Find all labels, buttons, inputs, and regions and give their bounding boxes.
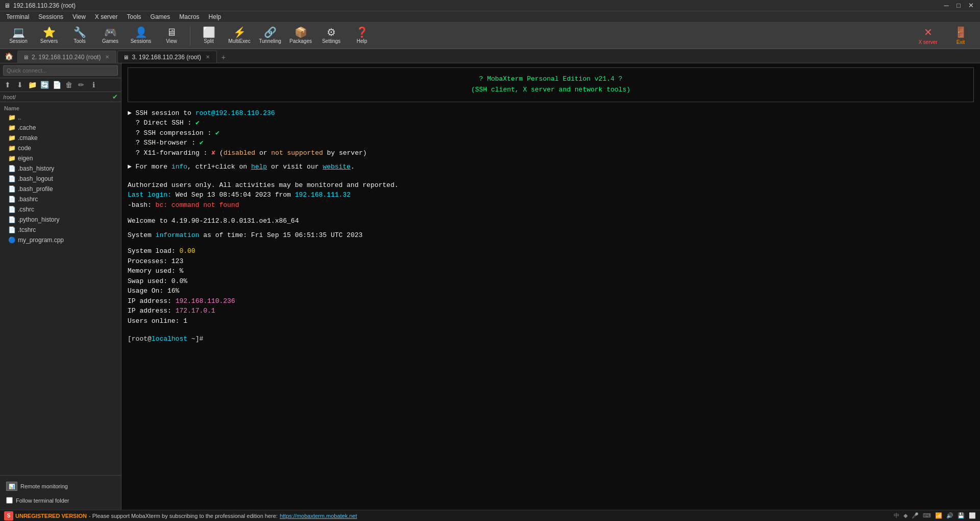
tree-item-label: .python_history: [18, 216, 59, 223]
sidebar-btn-mkdir[interactable]: 📁: [27, 79, 38, 90]
tree-item-cshrc[interactable]: 📄 .cshrc: [0, 204, 121, 215]
toolbar-servers[interactable]: ⭐ Servers: [35, 24, 63, 48]
file-icon-tcshrc: 📄: [8, 226, 16, 233]
settings-icon: ⚙: [327, 27, 336, 37]
tab-1[interactable]: 🖥 2. 192.168.110.240 (root) ✕: [17, 51, 116, 63]
tree-item-tcshrc[interactable]: 📄 .tcshrc: [0, 225, 121, 235]
tree-item-label: .bash_profile: [18, 185, 53, 193]
new-tab-button[interactable]: +: [218, 52, 229, 63]
xserver-icon: ✕: [924, 26, 933, 38]
ssh-host: root@192.168.110.236: [195, 109, 275, 117]
terminal-area[interactable]: ? MobaXterm Personal Edition v21.4 ? (SS…: [121, 63, 980, 510]
tree-item-dotdot[interactable]: 📁 ..: [0, 112, 121, 123]
authorized-line: Authorized users only. All activities ma…: [128, 180, 974, 191]
sidebar-toolbar: ⬆ ⬇ 📁 🔄 📄 🗑 ✏ ℹ: [0, 78, 121, 92]
toolbar-session[interactable]: 💻 Session: [4, 24, 33, 48]
menu-sessions[interactable]: Sessions: [34, 12, 67, 21]
maximize-button[interactable]: □: [953, 1, 964, 11]
sidebar-btn-newfile[interactable]: 📄: [51, 79, 62, 90]
follow-terminal-checkbox[interactable]: [6, 497, 13, 504]
sidebar-btn-refresh[interactable]: 🔄: [39, 79, 50, 90]
session-icon: 💻: [12, 27, 25, 37]
status-save: 💾: [958, 512, 965, 519]
minimize-button[interactable]: ─: [941, 1, 951, 11]
toolbar-help[interactable]: ❓ Help: [348, 24, 376, 48]
sidebar-btn-upload[interactable]: ⬆: [2, 79, 13, 90]
status-network: 📶: [935, 512, 942, 519]
toolbar-xserver[interactable]: ✕ X server: [913, 24, 943, 48]
tree-item-label: .bashrc: [18, 196, 38, 203]
toolbar-exit[interactable]: 🚪 Exit: [945, 24, 976, 48]
tree-item-label: .bash_logout: [18, 175, 53, 182]
toolbar-sessions[interactable]: 👤 Sessions: [127, 24, 155, 48]
games-icon: 🎮: [104, 27, 117, 37]
tunneling-icon: 🔗: [264, 27, 277, 37]
menu-games[interactable]: Games: [146, 12, 175, 21]
tree-item-code[interactable]: 📁 code: [0, 143, 121, 153]
quick-connect-input[interactable]: [3, 65, 118, 76]
menu-tools[interactable]: Tools: [123, 12, 145, 21]
help-link[interactable]: help: [251, 163, 267, 171]
tree-item-bash-history[interactable]: 📄 .bash_history: [0, 163, 121, 174]
remote-monitoring-icon: 📊: [6, 482, 17, 491]
sys-info-header: System information as of time: Fri Sep 1…: [128, 230, 974, 241]
status-sound: 🔊: [946, 512, 953, 519]
tab2-close[interactable]: ✕: [204, 54, 211, 61]
tree-item-bashrc[interactable]: 📄 .bashrc: [0, 194, 121, 204]
tree-item-cpp[interactable]: 🔵 my_program.cpp: [0, 235, 121, 245]
menu-terminal[interactable]: Terminal: [2, 12, 33, 21]
toolbar-games[interactable]: 🎮 Games: [96, 24, 125, 48]
toolbar-packages[interactable]: 📦 Packages: [286, 24, 315, 48]
file-icon-python-history: 📄: [8, 216, 16, 223]
check-direct-ssh: ? Direct SSH : ✔: [136, 118, 974, 128]
sidebar-btn-info[interactable]: ℹ: [88, 79, 99, 90]
toolbar-split[interactable]: ⬜ Split: [194, 24, 223, 48]
menu-xserver[interactable]: X server: [91, 12, 122, 21]
exit-icon: 🚪: [954, 26, 967, 38]
close-button[interactable]: ✕: [966, 1, 976, 11]
path-check-icon: ✔: [112, 93, 118, 101]
help-icon: ❓: [356, 27, 369, 37]
folder-icon-cmake: 📁: [8, 134, 16, 141]
tree-item-cache[interactable]: 📁 .cache: [0, 123, 121, 133]
last-login-line: Last login: Wed Sep 13 08:45:04 2023 fro…: [128, 190, 974, 200]
tree-item-eigen[interactable]: 📁 eigen: [0, 153, 121, 163]
prompt-text: [root@localhost ~]#: [128, 335, 203, 343]
title-bar: 🖥 192.168.110.236 (root) ─ □ ✕: [0, 0, 980, 11]
multiexec-icon: ⚡: [233, 27, 246, 37]
remote-monitoring-btn[interactable]: 📊 Remote monitoring: [4, 480, 117, 493]
sidebar-path: /root/ ✔: [0, 92, 121, 102]
ip1-line: IP address: 192.168.110.236: [128, 296, 974, 306]
tab-2[interactable]: 🖥 3. 192.168.110.236 (root) ✕: [117, 51, 216, 63]
toolbar-tunneling[interactable]: 🔗 Tunneling: [256, 24, 284, 48]
menu-macros[interactable]: Macros: [175, 12, 203, 21]
menu-help[interactable]: Help: [205, 12, 226, 21]
tree-item-bash-profile[interactable]: 📄 .bash_profile: [0, 184, 121, 194]
toolbar-tools[interactable]: 🔧 Tools: [65, 24, 94, 48]
status-diamond: ◆: [903, 512, 908, 519]
tree-item-python-history[interactable]: 📄 .python_history: [0, 215, 121, 225]
tab1-close[interactable]: ✕: [104, 54, 111, 61]
folder-icon-dotdot: 📁: [8, 114, 16, 121]
tree-item-bash-logout[interactable]: 📄 .bash_logout: [0, 174, 121, 184]
toolbar-settings[interactable]: ⚙ Settings: [317, 24, 346, 48]
sidebar-btn-download[interactable]: ⬇: [14, 79, 26, 90]
status-chinese: 中: [894, 512, 899, 519]
sidebar-btn-delete[interactable]: 🗑: [63, 79, 75, 90]
sidebar-btn-rename[interactable]: ✏: [76, 79, 87, 90]
toolbar-view[interactable]: 🖥 View: [157, 24, 186, 48]
tab1-icon: 🖥: [23, 54, 29, 60]
remote-monitoring-label: Remote monitoring: [20, 483, 68, 489]
tree-item-cmake[interactable]: 📁 .cmake: [0, 133, 121, 143]
ip2-line: IP address: 172.17.0.1: [128, 306, 974, 316]
prompt-line: [root@localhost ~]#: [128, 334, 974, 344]
processes-line: Processes: 123: [128, 256, 974, 267]
menu-bar: Terminal Sessions View X server Tools Ga…: [0, 11, 980, 22]
toolbar-multiexec[interactable]: ⚡ MultiExec: [225, 24, 254, 48]
follow-terminal-label: Follow terminal folder: [16, 498, 69, 504]
home-button[interactable]: 🏠: [2, 50, 15, 63]
welcome-box: ? MobaXterm Personal Edition v21.4 ? (SS…: [128, 67, 974, 102]
website-link[interactable]: website: [323, 163, 351, 171]
menu-view[interactable]: View: [68, 12, 90, 21]
mobaxterm-link[interactable]: https://mobaxterm.mobatek.net: [280, 513, 357, 519]
